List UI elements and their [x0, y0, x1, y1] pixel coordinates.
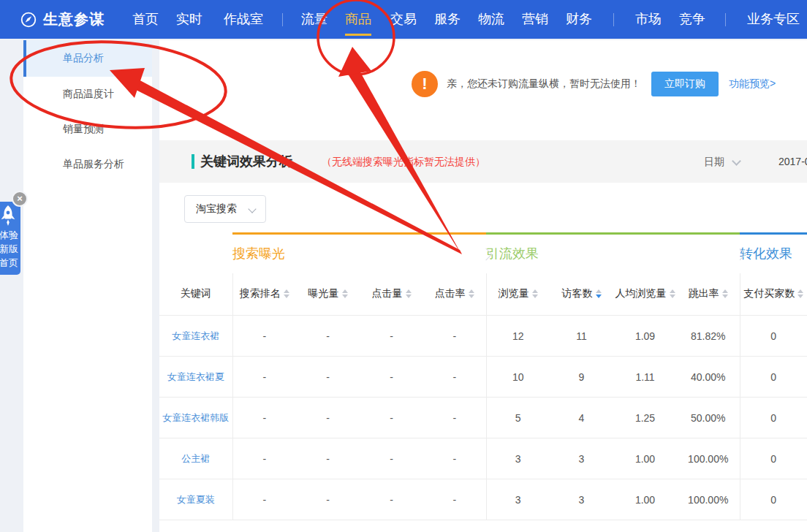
sidebar: 单品分析 商品温度计 销量预测 单品服务分析: [23, 40, 152, 532]
sort-icon: [722, 289, 728, 298]
channel-select-value: 淘宝搜索: [196, 202, 237, 216]
widget-text-line: 首页: [0, 256, 18, 270]
nav-item-product[interactable]: 商品: [345, 0, 371, 39]
nav-item-finance[interactable]: 财务: [566, 0, 592, 39]
sidebar-item-product-analysis[interactable]: 单品分析: [23, 40, 152, 77]
table-row: 女童连衣裙 - - - - 12 11 1.09 81.82% 0: [159, 316, 807, 357]
keyword-link[interactable]: 女童连衣裙: [172, 330, 219, 341]
widget-text-line: 新版: [0, 242, 18, 256]
keyword-link[interactable]: 女童夏装: [177, 494, 215, 505]
sort-icon: [797, 289, 803, 298]
column-header-views-per-visitor[interactable]: 人均浏览量: [613, 273, 677, 316]
keyword-link[interactable]: 女童连衣裙夏: [167, 371, 224, 382]
sort-icon: [469, 289, 474, 298]
table-header-row: 关键词 搜索排名 曝光量 点击量 点击率 浏览量 访客数 人均浏览量 跳出率 支…: [159, 273, 807, 316]
column-header-pageviews[interactable]: 浏览量: [486, 273, 550, 316]
keyword-effect-table: 搜索曝光 引流效果 转化效果 关键词 搜索排名 曝光量 点击量 点击率 浏览量 …: [159, 232, 807, 520]
main-content: ! 亲，您还未订购流量纵横，暂时无法使用！ 立即订购 功能预览> 关键词效果分析…: [159, 40, 807, 532]
column-header-bounce-rate[interactable]: 跳出率: [677, 273, 740, 316]
table-row: 女童连衣裙韩版 - - - - 5 4 1.25 50.00% 0: [159, 398, 807, 438]
rocket-icon: [0, 205, 18, 227]
close-icon[interactable]: ×: [12, 191, 28, 207]
sidebar-item-product-thermometer[interactable]: 商品温度计: [23, 77, 152, 112]
nav-item-marketing[interactable]: 营销: [522, 0, 548, 39]
notice-text: 亲，您还未订购流量纵横，暂时无法使用！: [447, 77, 641, 91]
subscription-notice: ! 亲，您还未订购流量纵横，暂时无法使用！ 立即订购 功能预览>: [412, 71, 776, 97]
section-header: 关键词效果分析 （无线端搜索曝光指标暂无法提供） 日期 2017-0: [159, 140, 807, 183]
nav-item-competition[interactable]: 竞争: [679, 0, 705, 39]
sort-icon: [342, 289, 348, 298]
group-header-traffic-effect: 引流效果: [486, 234, 740, 273]
sort-icon-active: [596, 289, 602, 298]
table-row: 公主裙 - - - - 3 3 1.00 100.00% 0: [159, 438, 807, 479]
chevron-down-icon[interactable]: [732, 156, 741, 166]
group-header-search-exposure: 搜索曝光: [232, 234, 486, 273]
sidebar-item-product-service-analysis[interactable]: 单品服务分析: [23, 147, 152, 182]
section-title: 关键词效果分析: [200, 153, 292, 170]
nav-divider: [282, 13, 283, 26]
column-header-keyword: 关键词: [159, 273, 232, 316]
column-header-ctr[interactable]: 点击率: [423, 273, 486, 316]
sidebar-item-sales-forecast[interactable]: 销量预测: [23, 112, 152, 147]
keyword-link[interactable]: 公主裙: [181, 453, 210, 464]
column-header-search-rank[interactable]: 搜索排名: [232, 273, 296, 316]
group-header-conversion-effect: 转化效果: [740, 234, 807, 273]
nav-item-traffic[interactable]: 流量: [301, 0, 327, 39]
nav-item-market[interactable]: 市场: [635, 0, 662, 39]
brand-logo-icon: [20, 12, 37, 28]
order-now-button[interactable]: 立即订购: [651, 72, 719, 96]
sort-icon: [406, 289, 412, 298]
column-header-visitors[interactable]: 访客数: [550, 273, 613, 316]
section-note: （无线端搜索曝光指标暂无法提供）: [322, 156, 485, 169]
nav-item-realtime[interactable]: 实时: [176, 0, 202, 39]
nav-divider: [725, 13, 726, 26]
title-accent-bar: [192, 154, 194, 169]
table-group-row: 搜索曝光 引流效果 转化效果: [159, 234, 807, 273]
nav-item-logistics[interactable]: 物流: [478, 0, 504, 39]
table-row: 女童连衣裙夏 - - - - 10 9 1.11 40.00% 0: [159, 357, 807, 398]
top-nav: 生意参谋 首页 实时 作战室 流量 商品 交易 服务 物流 营销 财务 市场 竞…: [0, 0, 807, 39]
column-header-paying-buyers[interactable]: 支付买家数: [740, 273, 807, 316]
keyword-link[interactable]: 女童连衣裙韩版: [162, 412, 229, 423]
sort-icon: [284, 289, 289, 298]
brand[interactable]: 生意参谋: [20, 10, 105, 29]
channel-select[interactable]: 淘宝搜索: [184, 195, 266, 223]
feature-preview-link[interactable]: 功能预览>: [729, 77, 776, 91]
warning-icon: !: [412, 71, 438, 97]
date-picker-value[interactable]: 2017-0: [778, 156, 807, 167]
sort-icon: [670, 289, 675, 298]
chevron-down-icon: [248, 205, 256, 213]
column-header-clicks[interactable]: 点击量: [360, 273, 423, 316]
nav-item-service[interactable]: 服务: [434, 0, 461, 39]
table-row: 女童夏装 - - - - 3 3 1.00 100.00% 0: [159, 479, 807, 520]
date-picker-label[interactable]: 日期: [704, 156, 724, 169]
nav-divider: [613, 13, 614, 26]
brand-name: 生意参谋: [43, 10, 105, 29]
nav-item-trade[interactable]: 交易: [390, 0, 417, 39]
new-version-float-widget[interactable]: 体验 新版 首页: [0, 202, 20, 275]
widget-text-line: 体验: [0, 228, 18, 242]
sort-icon: [532, 289, 538, 298]
column-header-exposure[interactable]: 曝光量: [296, 273, 360, 316]
nav-item-war-room[interactable]: 作战室: [224, 0, 263, 39]
nav-item-home[interactable]: 首页: [132, 0, 159, 39]
nav-item-business-zone[interactable]: 业务专区: [747, 0, 800, 39]
